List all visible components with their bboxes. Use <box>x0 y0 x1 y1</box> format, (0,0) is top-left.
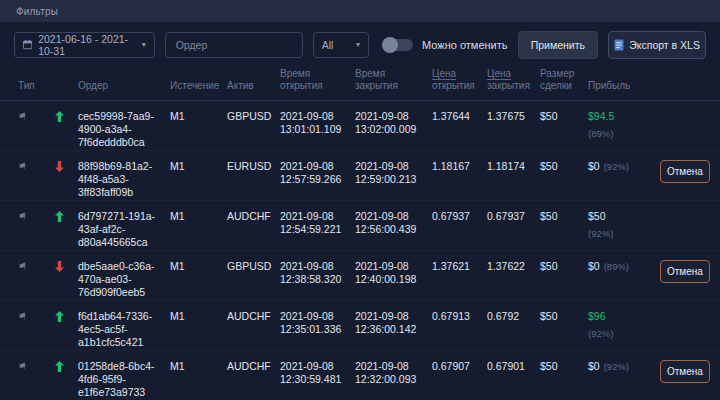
direction-icon <box>55 210 78 222</box>
column-header: Прибыль <box>588 80 660 92</box>
type-cell: ⚑ <box>18 260 55 273</box>
column-header: Ценазакрытия <box>487 68 540 92</box>
table-row: ⚑ 88f98b69-81a2-4f48-a5a3-3ff83faff09b M… <box>0 151 720 201</box>
profit: $0(92%) <box>588 160 660 173</box>
expiration-value: M1 <box>170 260 227 273</box>
flag-icon: ⚑ <box>18 210 27 223</box>
asset-value: AUDCHF <box>227 210 280 223</box>
page-header: Фильтры <box>0 0 720 22</box>
action-cell: Отмена <box>660 160 720 183</box>
profit-percent: (92%) <box>604 161 629 172</box>
table-row: ⚑ cec59998-7aa9-4900-a3a4-7f6dedddb0ca M… <box>0 101 720 151</box>
close-time: 12:32:00.093 <box>355 373 432 386</box>
cancellable-toggle-label: Можно отменить <box>422 39 507 51</box>
table-row: ⚑ 6d797271-191a-43af-af2c-d80a445665ca M… <box>0 201 720 251</box>
close-time: 13:02:00.009 <box>355 123 432 136</box>
export-xls-label: Экспорт в XLS <box>629 39 700 51</box>
trade-size: $50 <box>540 160 588 173</box>
flag-icon: ⚑ <box>18 160 27 173</box>
column-header: Размерсделки <box>540 68 588 92</box>
profit-amount: $0 <box>588 160 600 172</box>
open-price: 0.67937 <box>432 210 487 223</box>
order-id: 6d797271-191a-43af-af2c-d80a445665ca <box>78 210 170 249</box>
close-price: 1.37675 <box>487 110 540 123</box>
profit: $0(92%) <box>588 360 660 373</box>
cancel-button[interactable]: Отмена <box>660 160 710 183</box>
expiration-value: M1 <box>170 360 227 373</box>
profit-percent: (92%) <box>604 361 629 372</box>
asset-value: AUDCHF <box>227 360 280 373</box>
open-time: 12:35:01.336 <box>280 323 355 336</box>
close-time: 12:40:00.198 <box>355 273 432 286</box>
type-cell: ⚑ <box>18 160 55 173</box>
date-range-picker[interactable]: 2021-06-16 - 2021-10-31 ▾ <box>14 32 155 58</box>
flag-icon: ⚑ <box>18 110 27 123</box>
profit: $94.5(89%) <box>588 110 660 140</box>
cancel-button[interactable]: Отмена <box>660 360 710 383</box>
trade-size: $50 <box>540 210 588 223</box>
open-time: 12:30:59.481 <box>280 373 355 386</box>
open-date: 2021-09-08 <box>280 160 355 173</box>
open-time: 12:57:59.266 <box>280 173 355 186</box>
trade-size: $50 <box>540 310 588 323</box>
direction-icon <box>55 260 78 272</box>
close-time-cell: 2021-09-08 12:59:00.213 <box>355 160 432 186</box>
profit-percent: (89%) <box>604 261 629 272</box>
status-select[interactable]: All ▾ <box>313 32 369 58</box>
open-price: 1.37621 <box>432 260 487 273</box>
column-header: Времязакрытия <box>355 68 432 92</box>
cancel-button[interactable]: Отмена <box>660 260 710 283</box>
close-time-cell: 2021-09-08 12:40:00.198 <box>355 260 432 286</box>
asset-value: GBPUSD <box>227 110 280 123</box>
toggle-knob <box>382 37 398 53</box>
open-price: 1.37644 <box>432 110 487 123</box>
type-cell: ⚑ <box>18 210 55 223</box>
open-time-cell: 2021-09-08 12:30:59.481 <box>280 360 355 386</box>
order-id: f6d1ab64-7336-4ec5-ac5f-a1b1cfc5c421 <box>78 310 170 349</box>
open-time-cell: 2021-09-08 12:35:01.336 <box>280 310 355 336</box>
profit: $0(89%) <box>588 260 660 273</box>
action-cell: Отмена <box>660 260 720 283</box>
status-select-value: All <box>322 39 334 51</box>
close-date: 2021-09-08 <box>355 260 432 273</box>
flag-icon: ⚑ <box>18 360 27 373</box>
open-price: 0.67913 <box>432 310 487 323</box>
close-price: 0.67937 <box>487 210 540 223</box>
open-price: 0.67907 <box>432 360 487 373</box>
page-title: Фильтры <box>16 6 58 17</box>
order-id: cec59998-7aa9-4900-a3a4-7f6dedddb0ca <box>78 110 170 149</box>
profit-amount: $0 <box>588 260 600 272</box>
order-id: 01258de8-6bc4-4fd6-95f9-e1f6e73a9733 <box>78 360 170 399</box>
profit-amount: $96 <box>588 310 606 322</box>
profit: $50(92%) <box>588 210 660 240</box>
close-date: 2021-09-08 <box>355 160 432 173</box>
cancellable-filter: Можно отменить <box>383 39 507 51</box>
close-time: 12:59:00.213 <box>355 173 432 186</box>
cancellable-toggle[interactable] <box>383 39 413 51</box>
open-time-cell: 2021-09-08 12:54:59.221 <box>280 210 355 236</box>
direction-icon <box>55 160 78 172</box>
date-range-value: 2021-06-16 - 2021-10-31 <box>38 33 136 57</box>
order-search-input[interactable] <box>165 32 303 58</box>
table-row: ⚑ dbe5aae0-c36a-470a-ae03-76d909f0eeb5 M… <box>0 251 720 301</box>
apply-button[interactable]: Применить <box>518 31 599 59</box>
column-header: Актив <box>227 80 280 92</box>
trade-size: $50 <box>540 360 588 373</box>
table-row: ⚑ f6d1ab64-7336-4ec5-ac5f-a1b1cfc5c421 M… <box>0 301 720 351</box>
export-xls-button[interactable]: Экспорт в XLS <box>608 31 706 59</box>
flag-icon: ⚑ <box>18 310 27 323</box>
close-time-cell: 2021-09-08 12:36:00.142 <box>355 310 432 336</box>
close-date: 2021-09-08 <box>355 360 432 373</box>
expiration-value: M1 <box>170 310 227 323</box>
open-time: 13:01:01.109 <box>280 123 355 136</box>
trade-size: $50 <box>540 110 588 123</box>
document-xls-icon <box>614 39 624 51</box>
close-date: 2021-09-08 <box>355 110 432 123</box>
close-date: 2021-09-08 <box>355 210 432 223</box>
open-time-cell: 2021-09-08 12:57:59.266 <box>280 160 355 186</box>
profit: $96(92%) <box>588 310 660 340</box>
open-date: 2021-09-08 <box>280 260 355 273</box>
direction-icon <box>55 310 78 322</box>
order-id: dbe5aae0-c36a-470a-ae03-76d909f0eeb5 <box>78 260 170 299</box>
calendar-icon <box>23 39 32 50</box>
